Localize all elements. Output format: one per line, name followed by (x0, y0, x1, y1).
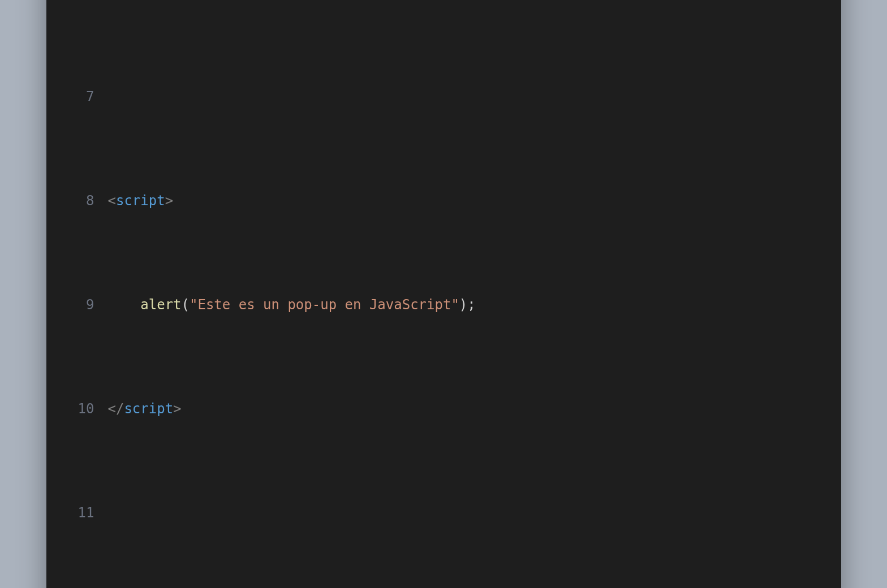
code-line: 8<script> (66, 188, 821, 214)
line-number: 7 (66, 84, 94, 110)
line-number: 10 (66, 396, 94, 422)
line-number: 9 (66, 292, 94, 318)
code-window: 1<h1>mi primer programa</h1> 2<br> 3<br>… (46, 0, 841, 588)
code-line: 7 (66, 84, 821, 110)
code-line: 10</script> (66, 396, 821, 422)
code-line: 6<h3>descubre <a href="https://www.oracl… (66, 0, 821, 6)
line-number: 11 (66, 500, 94, 526)
line-number: 8 (66, 188, 94, 214)
code-editor[interactable]: 1<h1>mi primer programa</h1> 2<br> 3<br>… (66, 0, 821, 588)
code-line: 11 (66, 500, 821, 526)
line-number: 6 (66, 0, 94, 6)
code-line: 9 alert("Este es un pop-up en JavaScript… (66, 292, 821, 318)
